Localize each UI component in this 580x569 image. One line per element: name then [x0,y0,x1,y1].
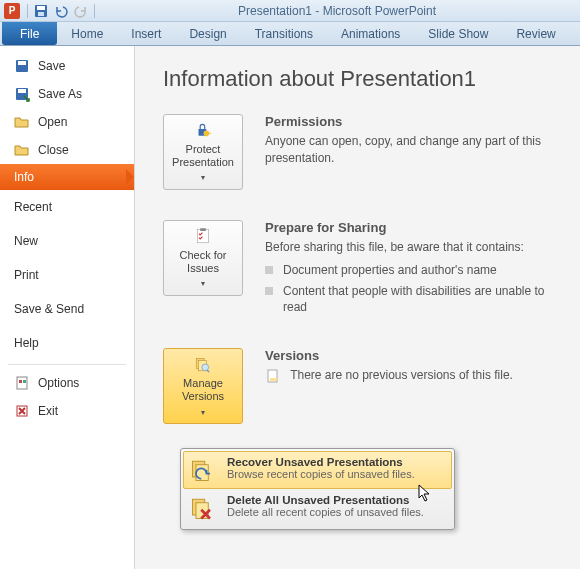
menu-item-title: Delete All Unsaved Presentations [227,494,424,506]
svg-rect-13 [209,133,211,134]
nav-label: Exit [38,404,58,418]
app-icon: P [4,3,20,19]
svg-rect-14 [197,229,208,243]
nav-exit[interactable]: Exit [0,397,134,425]
nav-label: Print [14,268,39,282]
nav-open[interactable]: Open [0,108,134,136]
svg-rect-21 [270,378,277,381]
menu-item-title: Recover Unsaved Presentations [227,456,415,468]
open-icon [14,114,30,130]
tab-animations[interactable]: Animations [327,22,414,45]
recover-icon [189,456,217,484]
window-title: Presentation1 - Microsoft PowerPoint [98,4,576,18]
svg-rect-2 [38,12,44,16]
svg-rect-4 [18,61,26,65]
nav-options[interactable]: Options [0,369,134,397]
recover-unsaved-item[interactable]: Recover Unsaved Presentations Browse rec… [183,451,452,489]
tab-home[interactable]: Home [57,22,117,45]
nav-label: New [14,234,38,248]
permissions-section: Protect Presentation▾ Permissions Anyone… [163,114,566,190]
nav-help[interactable]: Help [0,326,134,360]
protect-presentation-button[interactable]: Protect Presentation▾ [163,114,243,190]
check-issues-button[interactable]: Check for Issues▾ [163,220,243,296]
tab-file[interactable]: File [2,22,57,45]
chevron-down-icon: ▾ [201,408,205,418]
manage-versions-menu: Recover Unsaved Presentations Browse rec… [180,448,455,530]
nav-label: Options [38,376,79,390]
tab-slideshow[interactable]: Slide Show [414,22,502,45]
svg-point-12 [204,131,210,137]
delete-icon [189,494,217,522]
redo-icon[interactable] [73,3,89,19]
nav-label: Save & Send [14,302,84,316]
nav-save[interactable]: Save [0,52,134,80]
lock-icon [187,121,219,139]
delete-unsaved-item[interactable]: Delete All Unsaved Presentations Delete … [183,489,452,527]
button-label: Manage Versions [170,377,236,403]
backstage-nav: Save Save As Open Close Info Recent New … [0,46,135,569]
close-folder-icon [14,142,30,158]
menu-item-desc: Browse recent copies of unsaved files. [227,468,415,481]
ribbon-tabs: File Home Insert Design Transitions Anim… [0,22,580,46]
menu-item-desc: Delete all recent copies of unsaved file… [227,506,424,519]
sharing-desc: Before sharing this file, be aware that … [265,239,566,256]
chevron-down-icon: ▾ [201,173,205,183]
permissions-heading: Permissions [265,114,566,129]
saveas-icon [14,86,30,102]
list-item: Document properties and author's name [265,260,566,281]
list-item: Content that people with disabilities ar… [265,281,566,319]
permissions-desc: Anyone can open, copy, and change any pa… [265,133,566,167]
nav-label: Save As [38,87,82,101]
save-icon [14,58,30,74]
undo-icon[interactable] [53,3,69,19]
svg-rect-15 [200,228,206,231]
tab-transitions[interactable]: Transitions [241,22,327,45]
svg-rect-1 [37,6,45,10]
tab-insert[interactable]: Insert [117,22,175,45]
button-label: Protect Presentation [170,143,236,169]
nav-label: Info [14,170,34,184]
versions-section: Manage Versions▾ Versions There are no p… [163,348,566,424]
nav-print[interactable]: Print [0,258,134,292]
title-bar: P Presentation1 - Microsoft PowerPoint [0,0,580,22]
chevron-down-icon: ▾ [201,279,205,289]
exit-icon [14,403,30,419]
svg-rect-6 [18,89,26,93]
nav-savensend[interactable]: Save & Send [0,292,134,326]
svg-rect-9 [23,380,26,383]
nav-new[interactable]: New [0,224,134,258]
manage-versions-button[interactable]: Manage Versions▾ [163,348,243,424]
svg-rect-8 [19,380,22,383]
versions-heading: Versions [265,348,566,363]
checklist-icon [187,227,219,245]
button-label: Check for Issues [170,249,236,275]
options-icon [14,375,30,391]
tab-review[interactable]: Review [502,22,569,45]
document-icon [265,368,281,384]
nav-info[interactable]: Info [0,164,134,190]
versions-icon [187,355,219,373]
tab-design[interactable]: Design [175,22,240,45]
sharing-heading: Prepare for Sharing [265,220,566,235]
nav-close[interactable]: Close [0,136,134,164]
svg-rect-19 [207,370,210,373]
nav-recent[interactable]: Recent [0,190,134,224]
page-title: Information about Presentation1 [163,66,566,92]
nav-label: Help [14,336,39,350]
sharing-section: Check for Issues▾ Prepare for Sharing Be… [163,220,566,318]
nav-label: Open [38,115,67,129]
nav-label: Recent [14,200,52,214]
nav-label: Close [38,143,69,157]
nav-saveas[interactable]: Save As [0,80,134,108]
save-icon[interactable] [33,3,49,19]
versions-desc: There are no previous versions of this f… [265,367,566,384]
nav-label: Save [38,59,65,73]
